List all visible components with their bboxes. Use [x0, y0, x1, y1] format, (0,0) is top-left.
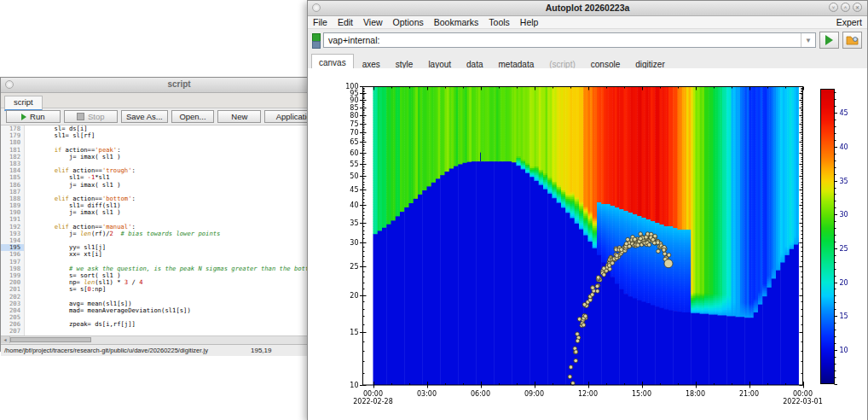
scrollbar-thumb[interactable] [10, 337, 91, 342]
code-token: mad= meanAverageDeviation(sl1[s]) [25, 306, 191, 314]
code-token: j= imax( sl1 ) [25, 208, 121, 216]
code-token [113, 230, 121, 237]
code-token: # bias towards lower points [121, 230, 221, 237]
code-line[interactable]: 207 [1, 328, 357, 335]
save-as--button[interactable]: Save As... [121, 110, 167, 123]
menu-bar: FileEditViewOptionsBookmarksToolsHelpExp… [308, 16, 867, 29]
autoplot-titlebar[interactable]: Autoplot 20260223a ˅ ˄ ✕ [308, 1, 867, 16]
script-tab-bar: script [1, 93, 357, 108]
autoplot-window: Autoplot 20260223a ˅ ˄ ✕ FileEditViewOpt… [307, 0, 868, 420]
stop-icon [77, 113, 84, 120]
line-number: 207 [1, 328, 25, 335]
code-token: xx= xt[i] [25, 250, 102, 258]
code-token: 4 [139, 278, 142, 286]
close-icon[interactable]: ✕ [853, 3, 862, 12]
cursor-position: 195,19 [251, 347, 271, 354]
run-play-icon [21, 114, 26, 120]
code-token: j= imax( sl1 ) [25, 181, 121, 189]
code-line[interactable]: 206 zpeak= ds[i,rf[j]] [1, 321, 357, 328]
scroll-left-icon[interactable]: ◂ [1, 336, 10, 343]
script-toolbar: RunStopSave As...Open...NewApplication C… [1, 108, 357, 125]
code-editor[interactable]: 178 sl= ds[i]179 sl1= sl[rf]180181 if ac… [1, 125, 357, 335]
plot-canvas-area [308, 68, 867, 420]
code-token: (rf)/ [91, 230, 110, 237]
tab-script[interactable]: script [4, 96, 43, 111]
play-icon [825, 35, 833, 45]
code-line[interactable]: 204 mad= meanAverageDeviation(sl1[s]) [1, 307, 357, 314]
menu-help[interactable]: Help [515, 17, 544, 27]
code-token: zpeak= ds[i,rf[j]] [25, 320, 136, 328]
folder-icon [846, 35, 859, 46]
spectrogram-plot[interactable] [308, 68, 867, 420]
code-line[interactable]: 186 j= imax( sl1 ) [1, 182, 357, 189]
menu-view[interactable]: View [358, 17, 388, 27]
uri-bar: vap+internal: ▼ [308, 29, 867, 51]
code-token: / [128, 278, 139, 286]
minimize-icon[interactable]: ˅ [829, 3, 838, 12]
script-window-titlebar[interactable]: script ˅ ˄ [1, 78, 357, 93]
new-button[interactable]: New [217, 110, 261, 123]
menu-tools[interactable]: Tools [483, 17, 515, 27]
code-token: j= imax( sl1 ) [25, 153, 121, 160]
code-line[interactable]: 196 xx= xt[i] [1, 251, 357, 258]
code-line[interactable]: 182 j= imax( sl1 ) [1, 154, 357, 160]
menu-file[interactable]: File [308, 17, 333, 27]
menu-bookmarks[interactable]: Bookmarks [429, 17, 484, 27]
code-line[interactable]: 179 sl1= sl[rf] [1, 132, 357, 139]
open--button[interactable]: Open... [171, 110, 215, 123]
go-button[interactable] [819, 32, 839, 49]
code-line[interactable]: 190 j= imax( sl1 ) [1, 209, 357, 216]
code-token: :np] [91, 285, 106, 293]
code-line[interactable]: 193 j= len(rf)/2 # bias towards lower po… [1, 230, 357, 237]
code-token: : [132, 195, 136, 202]
code-token: s= s[ [25, 285, 88, 293]
script-window: script ˅ ˄ script RunStopSave As...Open.… [0, 77, 358, 352]
uri-input[interactable]: vap+internal: ▼ [323, 32, 816, 48]
run-button[interactable]: Run [6, 110, 61, 123]
expert-mode-label[interactable]: Expert [836, 17, 862, 27]
uri-text: vap+internal: [328, 35, 801, 45]
menu-edit[interactable]: Edit [333, 17, 358, 27]
code-token: : [132, 166, 136, 174]
file-path: /home/jbf/project/tracers/research-git/p… [4, 347, 208, 354]
inspect-uri-button[interactable] [842, 32, 862, 49]
stop-button[interactable]: Stop [64, 110, 119, 123]
menu-options[interactable]: Options [388, 17, 429, 27]
script-window-title: script [1, 79, 357, 89]
autoplot-window-title: Autoplot 20260223a [308, 3, 867, 13]
code-token: sl1= sl[rf] [25, 131, 95, 139]
code-token: len [80, 230, 91, 237]
datasource-type-icon[interactable] [312, 33, 321, 48]
maximize-icon[interactable]: ˄ [841, 3, 850, 12]
code-line[interactable]: 201 s= s[0:np] [1, 286, 357, 293]
horizontal-scrollbar[interactable]: ◂ [1, 335, 357, 344]
script-status-bar: /home/jbf/project/tracers/research-git/p… [1, 344, 357, 356]
code-token: j= [25, 230, 80, 237]
chevron-down-icon[interactable]: ▼ [801, 33, 815, 47]
